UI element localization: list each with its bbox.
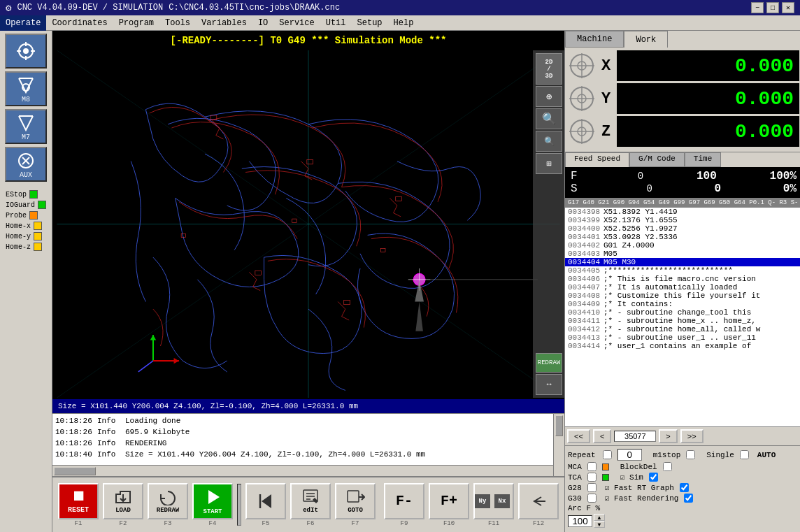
sidebar-btn-m8[interactable]: M8 bbox=[5, 71, 47, 106]
btn-2d3d[interactable]: 2D / 3D bbox=[536, 53, 562, 85]
tca-checkbox[interactable] bbox=[587, 473, 597, 482]
menu-tools[interactable]: Tools bbox=[159, 15, 196, 31]
reset-button[interactable]: ⏹ RESET F1 bbox=[58, 483, 99, 527]
load-fkey: F2 bbox=[120, 520, 127, 527]
arc-down-btn[interactable]: ▼ bbox=[594, 521, 605, 528]
start-button[interactable]: START F4 bbox=[192, 483, 233, 527]
menu-operate[interactable]: Operate bbox=[0, 15, 46, 31]
dro-x-row: X 0.000 bbox=[568, 50, 799, 81]
m8-label: M8 bbox=[22, 96, 30, 103]
repeat-input[interactable] bbox=[617, 449, 642, 461]
f-plus-fkey: F10 bbox=[443, 520, 455, 527]
f-minus-button[interactable]: F- F9 bbox=[384, 483, 424, 527]
left-sidebar: M8 M7 AUX EStop IOGuard bbox=[0, 31, 52, 532]
nav-next-next[interactable]: >> bbox=[680, 429, 703, 443]
tab-gm-code[interactable]: G/M Code bbox=[629, 152, 685, 167]
mca-checkbox[interactable] bbox=[587, 462, 597, 471]
tab-time[interactable]: Time bbox=[685, 152, 721, 167]
br-row-3: TCA ☑ Sim bbox=[568, 473, 799, 482]
menu-util[interactable]: Util bbox=[320, 15, 352, 31]
sidebar-btn-spindle[interactable] bbox=[5, 34, 47, 69]
menu-service[interactable]: Service bbox=[273, 15, 320, 31]
m1stop-checkbox[interactable] bbox=[686, 450, 695, 459]
menu-coordinates[interactable]: Coordinates bbox=[46, 15, 113, 31]
redraw-button[interactable]: REDRAW F3 bbox=[148, 483, 188, 527]
nav-line-input[interactable] bbox=[614, 431, 656, 442]
menu-variables[interactable]: Variables bbox=[196, 15, 252, 31]
ny-nx-button[interactable]: Ny Nx F11 bbox=[473, 483, 514, 527]
svg-rect-15 bbox=[307, 160, 313, 164]
nav-prev-prev[interactable]: << bbox=[567, 429, 590, 443]
gcode-line-0034402: 0034402 G01 Z4.0000 bbox=[565, 241, 800, 250]
fast-rt-checkbox[interactable] bbox=[680, 483, 689, 492]
estop-status: EStop bbox=[6, 190, 46, 199]
single-checkbox[interactable] bbox=[740, 450, 749, 459]
mca-label: MCA bbox=[568, 463, 582, 471]
prev-button[interactable]: F5 bbox=[245, 483, 286, 527]
feed-f-row: F 0 100 100% bbox=[571, 170, 797, 182]
mca-led bbox=[602, 463, 609, 470]
sidebar-btn-aux[interactable]: AUX bbox=[5, 147, 47, 182]
btn-pan[interactable]: ↔ bbox=[536, 374, 562, 395]
maximize-button[interactable]: □ bbox=[766, 2, 779, 13]
close-button[interactable]: ✕ bbox=[782, 2, 794, 13]
menu-io[interactable]: IO bbox=[252, 15, 273, 31]
log-hscrollbar[interactable] bbox=[52, 465, 553, 476]
single-label: Single bbox=[706, 451, 734, 459]
ioguard-led bbox=[38, 201, 46, 209]
minimize-button[interactable]: − bbox=[751, 2, 764, 13]
g28-checkbox[interactable] bbox=[587, 483, 597, 492]
title-text: ⚙ CNC V4.04.09-DEV / SIMULATION C:\CNC4.… bbox=[6, 2, 751, 14]
svg-line-32 bbox=[138, 361, 153, 372]
tab-feed-speed[interactable]: Feed Speed bbox=[565, 152, 629, 167]
redraw-fkey: F3 bbox=[164, 520, 172, 527]
dro-z-crosshair bbox=[568, 117, 596, 145]
gcode-line-0034409: 0034409 ;* It contains: bbox=[565, 300, 800, 308]
cnc-canvas[interactable]: 2D / 3D ⊕ 🔍 🔍 ⊞ REDRAW ↔ bbox=[52, 50, 564, 398]
y-axis-label: Y bbox=[596, 90, 617, 108]
repeat-checkbox[interactable] bbox=[603, 450, 612, 459]
log-scrollbar[interactable] bbox=[553, 414, 564, 476]
gcode-display: 0034398 X51.8392 Y1.4419 0034399 X52.137… bbox=[565, 208, 800, 426]
m7-label: M7 bbox=[22, 134, 30, 141]
btn-zoom-out[interactable]: 🔍 bbox=[536, 131, 562, 152]
menu-help[interactable]: Help bbox=[388, 15, 420, 31]
menu-program[interactable]: Program bbox=[113, 15, 159, 31]
tab-work[interactable]: Work bbox=[624, 31, 668, 48]
homex-led bbox=[34, 222, 42, 230]
toolbar-separator bbox=[237, 484, 241, 526]
nav-next[interactable]: > bbox=[659, 429, 677, 443]
svg-rect-18 bbox=[344, 300, 350, 304]
svg-point-1 bbox=[23, 48, 29, 54]
fast-rendering-checkbox[interactable] bbox=[684, 494, 693, 503]
feed-s-row: S 0 0 0% bbox=[571, 182, 797, 195]
gcode-line-0034405: 0034405 ;*************************** bbox=[565, 266, 800, 275]
back-button[interactable]: F12 bbox=[518, 483, 559, 527]
sim-checkbox[interactable] bbox=[649, 473, 658, 482]
log-entry-2: 10:18:26 Info 695.9 Kilobyte bbox=[55, 426, 562, 438]
g30-checkbox[interactable] bbox=[587, 494, 597, 503]
svg-rect-16 bbox=[396, 196, 401, 201]
load-button[interactable]: LOAD F2 bbox=[103, 483, 143, 527]
gcode-line-0034412: 0034412 ;* - subroutine home_all, called… bbox=[565, 325, 800, 333]
btn-zoom-in[interactable]: 🔍 bbox=[536, 108, 562, 129]
menu-setup[interactable]: Setup bbox=[352, 15, 388, 31]
arc-up-btn[interactable]: ▲ bbox=[594, 514, 605, 521]
canvas-controls: 2D / 3D ⊕ 🔍 🔍 ⊞ REDRAW ↔ bbox=[533, 50, 564, 398]
edit-button[interactable]: edIt F6 bbox=[290, 483, 331, 527]
f-plus-button[interactable]: F+ F10 bbox=[429, 483, 469, 527]
g28-label: G28 bbox=[568, 484, 582, 492]
btn-zoom-fit[interactable]: ⊕ bbox=[536, 86, 562, 107]
nav-prev[interactable]: < bbox=[593, 429, 611, 443]
f-minus-fkey: F9 bbox=[401, 520, 408, 527]
br-row-1: Repeat m1stop Single AUTO bbox=[568, 449, 799, 461]
tab-machine[interactable]: Machine bbox=[565, 31, 624, 48]
arc-input[interactable] bbox=[568, 515, 592, 527]
btn-zoom-box[interactable]: ⊞ bbox=[536, 153, 562, 174]
btn-redraw-canvas[interactable]: REDRAW bbox=[536, 353, 562, 373]
sidebar-btn-m7[interactable]: M7 bbox=[5, 109, 47, 144]
sim-label: ☑ Sim bbox=[620, 473, 643, 482]
log-entry-4: 10:18:40 Info Size = X101.440 Y206.004 Z… bbox=[55, 449, 562, 460]
goto-button[interactable]: GOTO F7 bbox=[335, 483, 376, 527]
blockdel-checkbox[interactable] bbox=[663, 462, 672, 471]
